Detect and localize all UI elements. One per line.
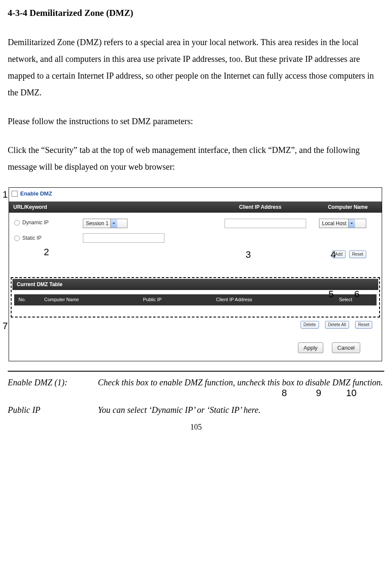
screenshot-container: 1 2 3 4 5 6 7 8 9 10 Enable DMZ URL/Keyw… [9, 187, 382, 361]
callout-5: 5 [328, 289, 334, 300]
section-heading: 4-3-4 Demilitarized Zone (DMZ) [8, 4, 384, 22]
callout-4: 4 [331, 249, 336, 260]
callout-6: 6 [354, 289, 359, 300]
dynamic-ip-radio[interactable]: Dynamic IP [14, 220, 83, 226]
apply-button[interactable]: Apply [298, 342, 323, 354]
page-number: 105 [8, 420, 384, 435]
static-ip-input[interactable] [83, 233, 164, 243]
def-desc-public-ip: You can select ‘Dynamic IP’ or ‘Static I… [98, 402, 384, 418]
session-select-value: Session 1 [86, 220, 109, 226]
def-term-public-ip: Public IP [8, 402, 98, 418]
cancel-button[interactable]: Cancel [332, 342, 360, 354]
col-no: No. [18, 297, 44, 302]
dynamic-ip-label: Dynamic IP [22, 220, 49, 226]
dmz-table-header: No. Computer Name Public IP Client IP Ad… [14, 294, 377, 305]
callout-1: 1 [3, 189, 8, 200]
divider [8, 371, 384, 372]
col-public-ip: Public IP [143, 297, 216, 302]
header-url-keyword: URL/Keyword [13, 204, 202, 210]
reset-button-bottom[interactable]: Reset [355, 321, 372, 329]
static-ip-radio[interactable]: Static IP [14, 235, 83, 241]
callout-3: 3 [246, 249, 251, 260]
enable-dmz-label: Enable DMZ [20, 190, 52, 197]
current-dmz-table-wrap: Current DMZ Table No. Computer Name Publ… [11, 277, 380, 317]
enable-dmz-row: Enable DMZ [9, 188, 382, 201]
header-computer-name: Computer Name [318, 204, 377, 210]
paragraph-instructions-lead: Please follow the instructions to set DM… [8, 113, 384, 130]
computer-name-select[interactable]: Local Host [319, 219, 366, 228]
callout-8: 8 [282, 388, 287, 399]
callout-7: 7 [3, 320, 8, 332]
client-ip-input[interactable] [225, 219, 306, 228]
chevron-down-icon [348, 219, 355, 228]
definition-public-ip: Public IP You can select ‘Dynamic IP’ or… [8, 402, 384, 418]
callout-10: 10 [346, 388, 356, 399]
radio-icon [14, 235, 20, 241]
paragraph-click-security: Click the “Security” tab at the top of w… [8, 142, 384, 175]
computer-name-select-value: Local Host [322, 220, 346, 226]
col-client-ip: Client IP Address [216, 297, 319, 302]
definition-enable-dmz: Enable DMZ (1): Check this box to enable… [8, 374, 384, 391]
col-select: Select [319, 297, 372, 302]
chevron-down-icon [110, 219, 117, 228]
session-select[interactable]: Session 1 [83, 219, 128, 228]
form-area: Dynamic IP Static IP Session 1 [9, 213, 382, 275]
radio-icon [14, 220, 20, 226]
def-desc-enable-dmz: Check this box to enable DMZ function, u… [98, 374, 384, 391]
reset-button-top[interactable]: Reset [349, 250, 366, 258]
form-header-bar: URL/Keyword Client IP Address Computer N… [9, 201, 382, 213]
callout-2: 2 [44, 247, 49, 258]
def-term-enable-dmz: Enable DMZ (1): [8, 374, 98, 391]
enable-dmz-checkbox[interactable] [12, 191, 18, 197]
callout-9: 9 [316, 388, 321, 399]
current-dmz-table-title: Current DMZ Table [12, 279, 378, 290]
delete-all-button[interactable]: Delete All [325, 321, 349, 329]
dmz-settings-panel: Enable DMZ URL/Keyword Client IP Address… [9, 187, 382, 361]
col-computer-name: Computer Name [44, 297, 143, 302]
header-client-ip: Client IP Address [202, 204, 318, 210]
paragraph-intro: Demilitarized Zone (DMZ) refers to a spe… [8, 34, 384, 101]
static-ip-label: Static IP [22, 235, 42, 241]
delete-button[interactable]: Delete [301, 321, 319, 329]
